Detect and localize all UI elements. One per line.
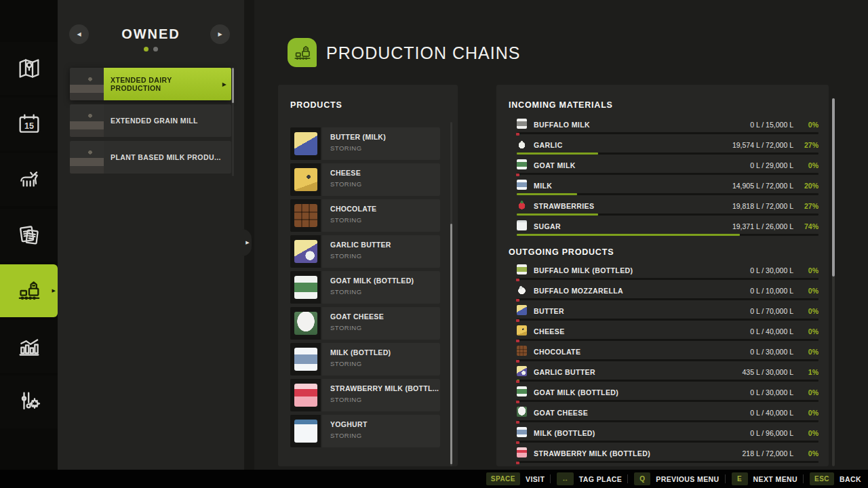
incoming-materials-list: BUFFALO MILK 0 L / 15,000 L 0% GARLIC 19…	[496, 115, 829, 237]
product-status: STORING	[330, 144, 440, 152]
material-fill-level: 0 L / 40,000 L	[750, 409, 793, 417]
progress-fill	[517, 214, 598, 216]
key-badge[interactable]: ↔	[557, 472, 574, 485]
product-icon	[294, 276, 317, 299]
material-name: STRAWBERRY MILK (BOTTLED)	[534, 449, 650, 458]
hotbar-separator	[803, 474, 804, 483]
material-percent: 0%	[808, 348, 818, 356]
key-badge[interactable]: SPACE	[486, 472, 520, 485]
material-name: SUGAR	[534, 222, 561, 230]
material-row: BUFFALO MOZZARELLA 0 L / 10,000 L 0%	[496, 281, 829, 302]
product-list: BUTTER (MILK) STORING CHEESE STORING CHO…	[290, 127, 440, 451]
hotkey-bar: SPACE VISIT ↔ TAG PLACE Q PREVIOUS MENU …	[0, 470, 868, 488]
sidebar-item-calendar[interactable]: 15	[0, 98, 58, 150]
facility-label: XTENDED DAIRY PRODUCTION	[104, 68, 231, 100]
map-icon	[16, 55, 43, 82]
facility-scrollbar[interactable]	[232, 68, 234, 176]
material-name: STRAWBERRIES	[534, 202, 594, 210]
material-fill-level: 0 L / 96,000 L	[750, 429, 793, 437]
material-progress-bar	[517, 298, 818, 300]
product-list-item[interactable]: GARLIC BUTTER STORING	[290, 235, 440, 268]
hotbar-separator	[550, 474, 551, 483]
key-badge[interactable]: E	[732, 472, 748, 485]
key-badge[interactable]: Q	[634, 472, 650, 485]
product-list-item[interactable]: STRAWBERRY MILK (BOTTL... STORING	[290, 379, 440, 411]
facility-item[interactable]: EXTENDED GRAIN MILL ▶	[70, 104, 231, 137]
material-name: BUFFALO MILK	[534, 121, 590, 129]
product-list-item[interactable]: BUTTER (MILK) STORING	[290, 127, 440, 160]
material-row: GOAT CHEESE 0 L / 40,000 L 0%	[496, 403, 829, 424]
material-progress-bar	[517, 420, 818, 422]
production-chains-icon	[288, 38, 317, 67]
product-list-item[interactable]: CHEESE STORING	[290, 163, 440, 196]
material-name: GOAT CHEESE	[534, 409, 588, 417]
material-icon	[517, 346, 527, 356]
product-icon	[294, 384, 317, 407]
material-percent: 0%	[808, 161, 818, 169]
product-list-item[interactable]: MILK (BOTTLED) STORING	[290, 343, 440, 375]
hotbar-hint: Q PREVIOUS MENU	[634, 472, 725, 485]
material-icon	[517, 285, 527, 295]
sidebar-item-map[interactable]	[0, 42, 58, 95]
sidebar-item-settings[interactable]	[0, 375, 58, 428]
facility-thumbnail	[70, 68, 104, 100]
material-icon	[517, 139, 527, 149]
sidebar-item-production[interactable]: ▶	[0, 264, 58, 317]
facility-item[interactable]: PLANT BASED MILK PRODU... ▶	[70, 141, 231, 174]
sidebar-item-animals[interactable]	[0, 153, 58, 206]
material-fill-level: 0 L / 29,000 L	[750, 161, 793, 169]
product-name: STRAWBERRY MILK (BOTTL...	[330, 384, 440, 392]
facility-item[interactable]: XTENDED DAIRY PRODUCTION ▶	[70, 68, 231, 100]
material-icon	[517, 447, 527, 458]
material-percent: 0%	[808, 388, 818, 396]
key-badge[interactable]: ESC	[810, 472, 834, 485]
material-fill-level: 435 L / 30,000 L	[742, 368, 793, 376]
materials-panel: INCOMING MATERIALS BUFFALO MILK 0 L / 15…	[496, 85, 829, 466]
page-title: PRODUCTION CHAINS	[326, 43, 520, 63]
product-list-item[interactable]: YOGHURT STORING	[290, 415, 440, 447]
material-icon	[517, 305, 527, 315]
statistics-icon	[16, 333, 43, 360]
zero-marker-icon	[516, 462, 519, 464]
material-progress-bar	[517, 319, 818, 321]
product-status: STORING	[330, 432, 440, 439]
hint-label: VISIT	[526, 475, 545, 483]
material-row: BUFFALO MILK 0 L / 15,000 L 0%	[496, 115, 829, 136]
material-row: GARLIC BUTTER 435 L / 30,000 L 1%	[496, 363, 829, 383]
product-list-item[interactable]: GOAT MILK (BOTTLED) STORING	[290, 271, 440, 304]
hotbar-hint: ESC BACK	[810, 472, 861, 485]
sidebar-item-contracts[interactable]	[0, 209, 58, 262]
material-icon	[517, 159, 527, 169]
product-name: MILK (BOTTLED)	[330, 348, 440, 357]
active-tab-arrow-icon: ▶	[52, 288, 56, 293]
product-name: GOAT CHEESE	[330, 312, 440, 321]
product-status: STORING	[330, 396, 440, 403]
material-progress-bar	[517, 359, 818, 361]
hotbar-hint: ↔ TAG PLACE	[557, 472, 628, 485]
page-scrollbar[interactable]	[832, 98, 835, 466]
material-progress-bar	[517, 461, 818, 463]
product-list-item[interactable]: CHOCOLATE STORING	[290, 199, 440, 232]
material-row: BUFFALO MILK (BOTTLED) 0 L / 30,000 L 0%	[496, 261, 829, 281]
cow-icon	[16, 166, 43, 193]
material-row: GOAT MILK (BOTTLED) 0 L / 30,000 L 0%	[496, 383, 829, 403]
material-fill-level: 14,905 L / 72,000 L	[732, 182, 793, 190]
main-menu-sidebar: 15▶	[0, 0, 58, 470]
product-name: GARLIC BUTTER	[330, 241, 440, 249]
sidebar-item-statistics[interactable]	[0, 320, 58, 373]
product-icon	[294, 204, 317, 227]
progress-fill	[517, 152, 598, 155]
product-icon	[294, 420, 317, 443]
facility-label: EXTENDED GRAIN MILL	[104, 104, 231, 137]
outgoing-products-title: OUTGOING PRODUCTS	[509, 247, 614, 257]
products-scrollbar[interactable]	[450, 122, 452, 466]
material-icon	[517, 325, 527, 336]
product-list-item[interactable]: GOAT CHEESE STORING	[290, 307, 440, 340]
material-row: GOAT MILK 0 L / 29,000 L 0%	[496, 156, 829, 176]
hotbar-separator	[627, 474, 628, 483]
material-fill-level: 0 L / 30,000 L	[750, 348, 793, 356]
owned-next-button[interactable]: ▶	[210, 24, 230, 44]
material-fill-level: 0 L / 30,000 L	[750, 266, 793, 274]
material-icon	[517, 386, 527, 396]
material-name: BUFFALO MOZZARELLA	[534, 287, 623, 295]
